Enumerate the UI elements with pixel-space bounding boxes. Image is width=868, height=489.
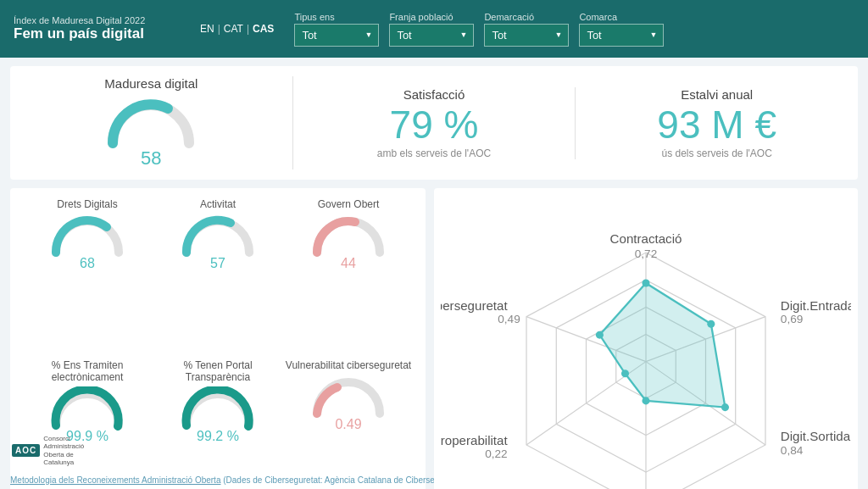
svg-point-15 bbox=[621, 370, 629, 377]
filter-franja-wrapper[interactable]: Tot bbox=[389, 24, 474, 47]
footer-link[interactable]: Metodologia dels Reconeixements Administ… bbox=[10, 475, 220, 485]
gauge-drets bbox=[49, 214, 125, 261]
radar-label-interoperabilitat: Interoperabilitat bbox=[441, 433, 508, 447]
main-content: Maduresa digital 58 Satisfacció 79 % amb… bbox=[0, 58, 868, 470]
header-title: Índex de Maduresa Digital 2022 Fem un pa… bbox=[14, 15, 200, 42]
kpi-maduresa: Maduresa digital 58 bbox=[10, 76, 293, 169]
svg-point-13 bbox=[721, 403, 729, 411]
filter-franja-select[interactable]: Tot bbox=[389, 24, 474, 47]
svg-point-12 bbox=[707, 320, 715, 328]
filter-comarca-select[interactable]: Tot bbox=[579, 24, 664, 47]
filter-tipus-ens-wrapper[interactable]: Tot bbox=[294, 24, 379, 47]
metric-drets-digitals: Drets Digitals 68 bbox=[24, 198, 151, 353]
metric-vulnerabilitat: Vulnerabilitat ciberseguretat 0.49 bbox=[285, 359, 412, 489]
kpi-satisfaccio-title: Satisfacció bbox=[403, 87, 465, 102]
filter-comarca: Comarca Tot bbox=[579, 12, 664, 47]
gauge-activitat bbox=[180, 214, 256, 261]
aoc-logo-box: AOC bbox=[12, 444, 40, 457]
lang-cat[interactable]: CAT bbox=[224, 23, 243, 35]
radar-label-vuln-ciberseguretat: Vuln.Ciberseguretat bbox=[441, 298, 508, 313]
filter-tipus-ens: Tipus ens Tot bbox=[294, 12, 379, 47]
aoc-logo: AOC Consorci Administració Oberta de Cat… bbox=[12, 435, 94, 467]
metric-portal-transparencia: % Tenen Portal Transparència 99.2 % bbox=[154, 359, 281, 489]
gauge-vuln bbox=[310, 375, 387, 422]
kpi-maduresa-value: 58 bbox=[141, 147, 161, 169]
metric-drets-title: Drets Digitals bbox=[57, 198, 117, 210]
kpi-estalvi-value: 93 M € bbox=[657, 105, 776, 144]
kpi-estalvi-title: Estalvi anual bbox=[681, 87, 753, 102]
header: Índex de Maduresa Digital 2022 Fem un pa… bbox=[0, 0, 868, 58]
metric-activitat-title: Activitat bbox=[200, 198, 236, 210]
kpi-satisfaccio-value: 79 % bbox=[390, 105, 479, 144]
filter-demarcacio-label: Demarcació bbox=[484, 12, 569, 22]
aoc-logo-text: Consorci Administració Oberta de Catalun… bbox=[43, 435, 94, 467]
radar-value-vuln-ciberseguretat: 0,49 bbox=[498, 313, 520, 325]
kpi-row: Maduresa digital 58 Satisfacció 79 % amb… bbox=[10, 66, 858, 180]
radar-label-digit-sortida: Digit.Sortida bbox=[781, 429, 851, 443]
gauge-portal bbox=[180, 386, 256, 434]
svg-marker-10 bbox=[599, 283, 725, 408]
svg-point-14 bbox=[642, 397, 649, 404]
radar-label-digit-entrada: Digit.Entrada bbox=[781, 298, 851, 313]
metric-activitat: Activitat 57 bbox=[154, 198, 281, 353]
filter-demarcacio: Demarcació Tot bbox=[484, 12, 569, 47]
filter-demarcacio-select[interactable]: Tot bbox=[484, 24, 569, 47]
kpi-maduresa-title: Maduresa digital bbox=[104, 76, 198, 91]
radar-value-digit-sortida: 0,84 bbox=[781, 444, 804, 457]
metric-ens-tramiten: % Ens Tramiten electrònicament 99.9 % bbox=[24, 359, 151, 489]
gauge-maduresa bbox=[104, 94, 198, 149]
metric-govern-title: Govern Obert bbox=[318, 198, 380, 210]
metric-govern-obert: Govern Obert 44 bbox=[285, 198, 412, 353]
filter-bar: Tipus ens Tot Franja població Tot Demarc… bbox=[294, 12, 854, 47]
header-main-title: Fem un país digital bbox=[14, 25, 200, 42]
language-switcher: EN | CAT | CAS bbox=[200, 23, 274, 35]
lang-en[interactable]: EN bbox=[200, 23, 214, 35]
kpi-estalvi: Estalvi anual 93 M € ús dels serveis de … bbox=[576, 87, 858, 159]
filter-comarca-label: Comarca bbox=[579, 12, 664, 22]
radar-value-digit-entrada: 0,69 bbox=[781, 313, 804, 325]
kpi-estalvi-subtitle: ús dels serveis de l'AOC bbox=[662, 147, 772, 159]
filter-franja: Franja població Tot bbox=[389, 12, 474, 47]
radar-value-interoperabilitat: 0,22 bbox=[485, 447, 508, 460]
filter-franja-label: Franja població bbox=[389, 12, 474, 22]
svg-point-16 bbox=[596, 331, 604, 339]
bottom-row: Drets Digitals 68 Activitat 5 bbox=[10, 188, 858, 489]
header-subtitle: Índex de Maduresa Digital 2022 bbox=[14, 15, 200, 25]
radar-chart: Contractació 0,72 Digit.Entrada 0,69 Dig… bbox=[441, 195, 851, 489]
lang-cas[interactable]: CAS bbox=[253, 23, 274, 35]
radar-label-contractacio: Contractació bbox=[610, 231, 682, 246]
filter-tipus-ens-select[interactable]: Tot bbox=[294, 24, 379, 47]
filter-comarca-wrapper[interactable]: Tot bbox=[579, 24, 664, 47]
metric-ens-title: % Ens Tramiten electrònicament bbox=[24, 359, 151, 383]
metric-portal-title: % Tenen Portal Transparència bbox=[154, 359, 281, 383]
gauge-govern bbox=[310, 214, 387, 261]
kpi-satisfaccio: Satisfacció 79 % amb els serveis de l'AO… bbox=[293, 87, 576, 159]
filter-demarcacio-wrapper[interactable]: Tot bbox=[484, 24, 569, 47]
metric-vuln-title: Vulnerabilitat ciberseguretat bbox=[286, 359, 411, 371]
radar-value-contractacio: 0,72 bbox=[635, 247, 658, 260]
gauge-ens bbox=[49, 386, 125, 434]
kpi-satisfaccio-subtitle: amb els serveis de l'AOC bbox=[377, 147, 491, 159]
svg-point-11 bbox=[642, 280, 649, 287]
radar-panel: Contractació 0,72 Digit.Entrada 0,69 Dig… bbox=[434, 188, 858, 489]
filter-tipus-ens-label: Tipus ens bbox=[294, 12, 379, 22]
